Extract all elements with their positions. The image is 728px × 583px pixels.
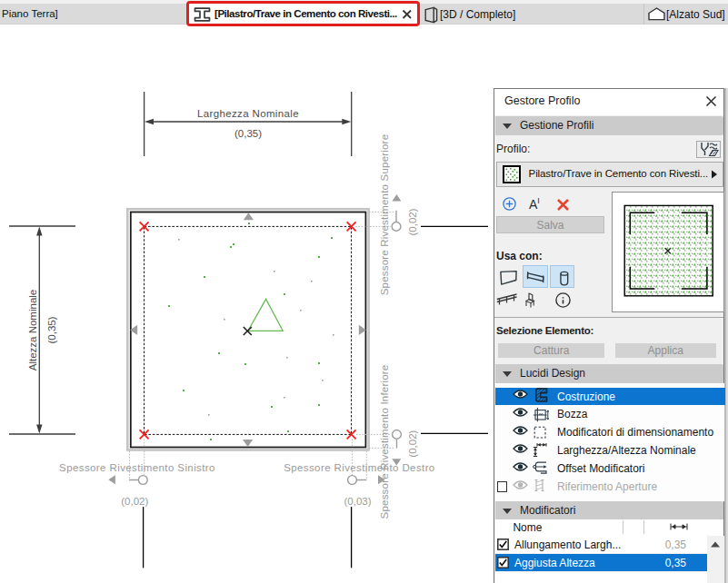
- svg-text:(0,35): (0,35): [46, 316, 57, 343]
- svg-text:(0,02): (0,02): [407, 208, 418, 235]
- svg-text:Spessore Rivestimento Sinistro: Spessore Rivestimento Sinistro: [59, 462, 215, 473]
- svg-text:Altezza Nominale: Altezza Nominale: [27, 290, 38, 371]
- svg-text:(0,03): (0,03): [344, 496, 371, 507]
- svg-text:Spessore Rivestimento Superior: Spessore Rivestimento Superiore: [379, 134, 390, 296]
- svg-text:(0,02): (0,02): [407, 430, 418, 457]
- svg-text:Larghezza Nominale: Larghezza Nominale: [197, 108, 299, 119]
- svg-text:(0,35): (0,35): [234, 128, 262, 139]
- svg-text:Spessore Rivestimento Inferior: Spessore Rivestimento Inferiore: [379, 365, 390, 519]
- svg-text:(0,02): (0,02): [121, 496, 148, 507]
- svg-text:Spessore Rivestimento Destro: Spessore Rivestimento Destro: [284, 462, 435, 473]
